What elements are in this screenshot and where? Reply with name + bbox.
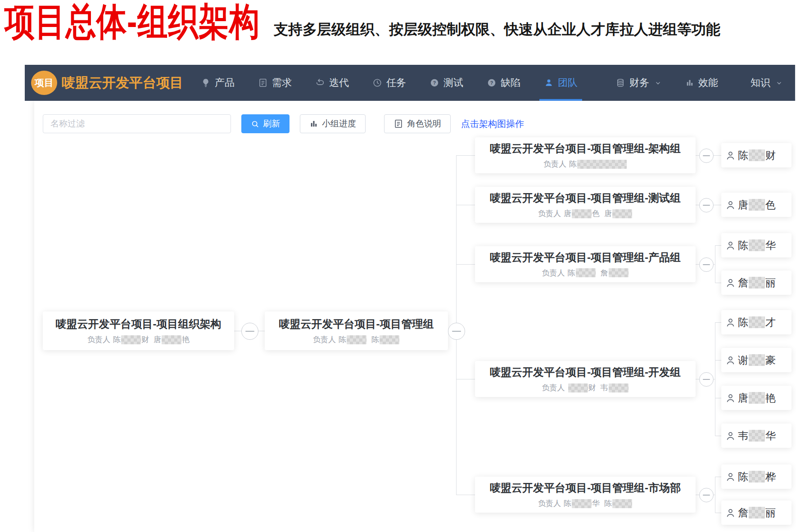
nav-item-product[interactable]: 产品	[201, 65, 235, 101]
mosaic-redaction	[749, 471, 765, 482]
leader-prefix-label: 负责人	[542, 268, 565, 278]
nav-item-team[interactable]: 团队	[544, 65, 578, 101]
node-leader-line: 负责人唐色唐	[538, 208, 633, 219]
org-node-member[interactable]: 詹丽	[721, 500, 791, 525]
mosaic-redaction	[121, 335, 141, 344]
nav-item-label: 缺陷	[501, 76, 520, 90]
censored-name: 陈	[568, 268, 596, 278]
censored-name: 韦	[601, 383, 629, 393]
node-title: 唛盟云开发平台项目-项目管理组-开发组	[490, 365, 681, 379]
connector-line	[713, 155, 721, 156]
mosaic-redaction	[609, 383, 629, 392]
collapse-toggle[interactable]	[699, 198, 714, 212]
node-leader-line: 负责人陈	[543, 159, 627, 169]
minus-icon	[703, 155, 710, 156]
svg-text:?: ?	[433, 80, 436, 86]
connector-line	[715, 436, 721, 436]
org-node-group[interactable]: 唛盟云开发平台项目-项目管理组-开发组负责人财韦	[475, 361, 696, 397]
org-node-member[interactable]: 陈桦	[721, 464, 791, 489]
nav-item-label: 迭代	[329, 76, 349, 90]
connector-line	[715, 245, 715, 283]
mosaic-redaction	[568, 383, 588, 392]
mosaic-redaction	[572, 209, 592, 218]
project-logo: 项目	[31, 71, 57, 95]
node-title: 唛盟云开发平台项目-项目组织架构	[56, 317, 222, 331]
connector-line	[715, 322, 721, 323]
nav-menu: 产品需求迭代任务?测试?缺陷团队财务效能知识	[201, 65, 783, 101]
nav-item-requirement[interactable]: 需求	[258, 65, 292, 101]
censored-name: 唐艳	[738, 391, 776, 405]
mosaic-redaction	[572, 499, 592, 508]
censored-name: 陈	[339, 334, 367, 345]
nav-item-test[interactable]: ?测试	[430, 65, 463, 101]
person-outline-icon	[725, 277, 736, 289]
nav-item-label: 任务	[386, 76, 406, 90]
censored-name: 唐艳	[154, 334, 190, 345]
mosaic-redaction	[612, 499, 632, 508]
org-node-member[interactable]: 詹丽	[721, 271, 791, 295]
mosaic-redaction	[749, 199, 765, 211]
person-icon	[544, 78, 554, 88]
person-outline-icon	[725, 430, 736, 442]
org-node-group[interactable]: 唛盟云开发平台项目-项目管理组-产品组负责人陈詹	[475, 246, 696, 282]
collapse-toggle[interactable]	[699, 257, 714, 272]
collapse-toggle[interactable]	[241, 323, 258, 340]
connector-line	[715, 283, 721, 283]
censored-name: 陈财	[738, 149, 776, 162]
node-leader-line: 负责人陈华陈	[538, 498, 633, 509]
org-node-member[interactable]: 陈才	[721, 310, 791, 334]
node-leader-line: 负责人陈陈	[313, 334, 400, 345]
org-node-member[interactable]: 谢豪	[721, 348, 791, 372]
node-title: 唛盟云开发平台项目-项目管理组-产品组	[490, 250, 681, 265]
org-node-root[interactable]: 唛盟云开发平台项目-项目组织架构负责人陈财唐艳	[43, 311, 234, 350]
bulb-icon	[201, 78, 211, 88]
nav-item-knowledge[interactable]: 知识	[751, 65, 783, 101]
org-node-member[interactable]: 陈财	[721, 143, 791, 167]
chevron-down-icon	[775, 79, 783, 87]
connector-line	[456, 264, 475, 265]
nav-item-iteration[interactable]: 迭代	[315, 65, 349, 101]
mosaic-redaction	[749, 239, 765, 251]
node-leader-line: 负责人财韦	[542, 383, 629, 393]
censored-name: 陈	[569, 159, 627, 169]
nav-item-label: 测试	[443, 76, 463, 90]
org-node-management-group[interactable]: 唛盟云开发平台项目-项目管理组负责人陈陈	[265, 311, 448, 350]
mosaic-redaction	[749, 354, 765, 366]
censored-name: 陈桦	[738, 470, 776, 484]
org-node-group[interactable]: 唛盟云开发平台项目-项目管理组-架构组负责人陈	[475, 137, 696, 173]
person-outline-icon	[725, 150, 736, 161]
nav-item-performance[interactable]: 效能	[685, 65, 718, 101]
org-node-member[interactable]: 唐色	[721, 193, 791, 217]
leader-prefix-label: 负责人	[543, 159, 566, 169]
mosaic-redaction	[749, 392, 765, 404]
connector-line	[715, 398, 721, 398]
org-node-member[interactable]: 韦华	[721, 424, 791, 448]
org-node-group[interactable]: 唛盟云开发平台项目-项目管理组-市场部负责人陈华陈	[475, 477, 696, 513]
minus-icon	[703, 264, 710, 265]
node-leader-line: 负责人陈詹	[542, 268, 629, 278]
leader-prefix-label: 负责人	[538, 498, 561, 509]
nav-item-finance[interactable]: 财务	[615, 65, 662, 101]
connector-line	[456, 379, 475, 379]
collapse-toggle[interactable]	[699, 372, 714, 387]
node-title: 唛盟云开发平台项目-项目管理组-市场部	[490, 481, 681, 495]
database-icon	[615, 78, 625, 88]
org-node-group[interactable]: 唛盟云开发平台项目-项目管理组-测试组负责人唐色唐	[475, 187, 696, 223]
connector-line	[696, 155, 699, 156]
collapse-toggle[interactable]	[699, 488, 714, 502]
censored-name: 詹丽	[738, 506, 776, 520]
nav-item-defect[interactable]: ?缺陷	[487, 65, 520, 101]
collapse-toggle[interactable]	[699, 149, 714, 163]
org-node-member[interactable]: 唐艳	[721, 386, 791, 410]
censored-name: 陈财	[113, 334, 149, 345]
connector-line	[696, 495, 699, 495]
censored-name: 财	[568, 383, 596, 393]
nav-item-task[interactable]: 任务	[372, 65, 406, 101]
clock-icon	[372, 78, 382, 88]
nav-item-label: 效能	[698, 76, 718, 90]
nav-item-label: 财务	[629, 76, 649, 90]
org-node-member[interactable]: 陈华	[721, 233, 791, 257]
censored-name: 詹	[601, 268, 629, 278]
collapse-toggle[interactable]	[448, 323, 465, 340]
chevron-down-icon	[654, 79, 662, 87]
